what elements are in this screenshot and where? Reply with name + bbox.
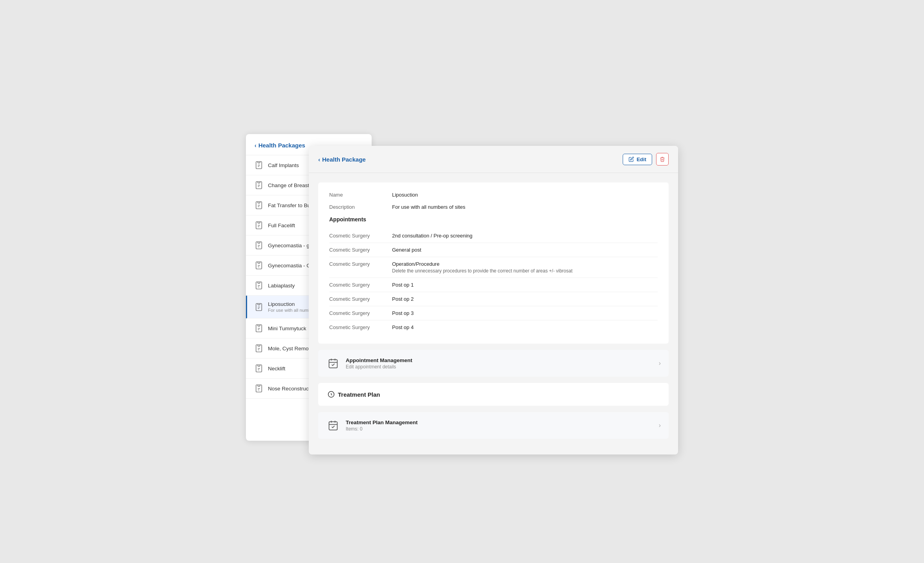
treatment-plan-management-text: Treatment Plan Management Items: 0 [346,419,418,432]
appt-type: Cosmetic Surgery [329,282,392,288]
appt-desc: Post op 3 [392,310,414,316]
right-panel-header: ‹ Health Package Edit [309,146,678,173]
appt-desc-container: Operation/Procedure Delete the unnecessa… [392,261,572,274]
appt-type: Cosmetic Surgery [329,233,392,239]
clipboard-icon [255,181,263,190]
chevron-left-icon: ‹ [255,142,257,149]
svg-rect-27 [258,345,260,346]
svg-rect-24 [258,325,260,326]
appointments-section-title: Appointments [329,216,658,223]
appointment-management-title: Appointment Management [346,357,412,363]
edit-label: Edit [636,156,646,162]
chevron-left-icon: ‹ [318,156,320,163]
appt-desc: Post op 1 [392,282,414,288]
clipboard-icon [255,364,263,373]
clipboard-icon [255,201,263,210]
appt-desc-container: Post op 2 [392,296,414,302]
trash-icon [660,156,665,162]
svg-rect-40 [329,422,337,430]
treatment-plan-management-card[interactable]: Treatment Plan Management Items: 0 › [318,412,669,439]
appt-desc: Operation/Procedure [392,261,572,267]
appointment-row: Cosmetic Surgery Operation/Procedure Del… [329,257,658,278]
appt-desc: 2nd consultation / Pre-op screening [392,233,473,239]
list-item-label: Labiaplasty [268,283,295,289]
svg-rect-33 [258,385,260,386]
list-item-content: Full Facelift [268,223,295,228]
description-value: For use with all numbers of sites [392,204,465,210]
delete-button[interactable] [656,153,669,166]
list-item-label: Mini Tummytuck [268,326,306,331]
appt-desc-container: General post [392,247,421,253]
svg-rect-12 [258,242,260,243]
name-value: Liposuction [392,192,418,198]
list-item-label: Full Facelift [268,223,295,228]
health-package-back-link[interactable]: ‹ Health Package [318,156,366,163]
appointments-list: Cosmetic Surgery 2nd consultation / Pre-… [329,229,658,334]
list-item-content: Labiaplasty [268,283,295,289]
appt-desc: General post [392,247,421,253]
svg-rect-18 [258,282,260,283]
clipboard-icon [255,303,263,311]
svg-rect-21 [258,303,260,305]
svg-rect-30 [258,365,260,366]
appt-type: Cosmetic Surgery [329,296,392,302]
appt-type: Cosmetic Surgery [329,310,392,316]
appointment-management-card[interactable]: Appointment Management Edit appointment … [318,350,669,377]
left-panel-title: Health Packages [258,142,305,149]
appointment-row: Cosmetic Surgery Post op 3 [329,306,658,320]
appt-type: Cosmetic Surgery [329,247,392,253]
appt-type: Cosmetic Surgery [329,261,392,274]
appointment-row: Cosmetic Surgery General post [329,243,658,257]
appt-desc-container: 2nd consultation / Pre-op screening [392,233,473,239]
list-item-content: Necklift [268,366,285,372]
name-field-row: Name Liposuction [329,192,658,198]
appointment-row: Cosmetic Surgery 2nd consultation / Pre-… [329,229,658,243]
appt-desc-container: Post op 4 [392,324,414,330]
appt-desc-container: Post op 1 [392,282,414,288]
appt-subdesc: Delete the unnecessary procedures to pro… [392,268,572,274]
appointment-row: Cosmetic Surgery Post op 1 [329,278,658,292]
appointment-management-left: Appointment Management Edit appointment … [326,356,412,370]
clipboard-icon [255,384,263,393]
svg-rect-15 [258,262,260,263]
description-label: Description [329,204,392,210]
svg-rect-6 [258,202,260,203]
treatment-plan-management-title: Treatment Plan Management [346,419,418,425]
clipboard-icon [255,161,263,169]
treatment-plan-title: Treatment Plan [328,391,659,398]
edit-icon [629,156,634,162]
svg-rect-3 [258,182,260,183]
treatment-plan-section: Treatment Plan [318,383,669,406]
clipboard-icon [255,241,263,250]
list-item-content: Mini Tummytuck [268,326,306,331]
appt-desc-container: Post op 3 [392,310,414,316]
header-actions: Edit [623,153,669,166]
description-field-row: Description For use with all numbers of … [329,204,658,210]
appointment-management-subtitle: Edit appointment details [346,364,412,370]
chevron-right-icon: › [659,422,661,429]
clipboard-icon [255,221,263,230]
chevron-right-icon: › [659,360,661,367]
name-label: Name [329,192,392,198]
svg-rect-9 [258,222,260,223]
svg-rect-0 [258,162,260,163]
detail-card: Name Liposuction Description For use wit… [318,182,669,344]
clipboard-icon [255,344,263,353]
edit-button[interactable]: Edit [623,154,652,165]
appointment-management-text: Appointment Management Edit appointment … [346,357,412,370]
right-panel-body: Name Liposuction Description For use wit… [309,173,678,454]
treatment-plan-management-left: Treatment Plan Management Items: 0 [326,418,418,432]
treatment-plan-icon [328,391,335,398]
svg-rect-36 [329,360,337,368]
appt-desc: Post op 4 [392,324,414,330]
list-item-label: Necklift [268,366,285,372]
appt-type: Cosmetic Surgery [329,324,392,330]
appointment-row: Cosmetic Surgery Post op 4 [329,320,658,334]
list-item-label: Calf Implants [268,162,299,168]
clipboard-icon [255,324,263,333]
right-panel: ‹ Health Package Edit [309,146,678,454]
appt-desc: Post op 2 [392,296,414,302]
clipboard-icon [255,281,263,290]
right-panel-title: Health Package [322,156,366,163]
list-item-content: Calf Implants [268,162,299,168]
